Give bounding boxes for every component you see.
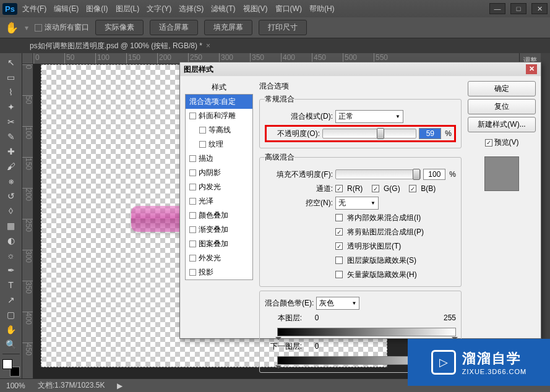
menu-edit[interactable]: 编辑(E) — [54, 4, 79, 14]
close-icon[interactable]: × — [206, 41, 210, 50]
blend-if-label: 混合颜色带(E): — [265, 298, 314, 309]
menu-type[interactable]: 文字(Y) — [147, 4, 171, 14]
fill-opacity-slider[interactable] — [335, 169, 421, 179]
eyedropper-tool[interactable]: ✎ — [4, 130, 19, 143]
lasso-tool[interactable]: ⌇ — [4, 85, 19, 99]
style-stroke[interactable]: 描边 — [186, 151, 252, 166]
window-maximize-button[interactable]: □ — [510, 3, 526, 14]
style-blending-options[interactable]: 混合选项:自定 — [186, 95, 252, 109]
dialog-title: 图层样式 — [184, 64, 213, 75]
scroll-all-checkbox[interactable] — [35, 24, 42, 32]
new-style-button[interactable]: 新建样式(W)... — [468, 117, 536, 132]
cancel-button[interactable]: 复位 — [468, 99, 536, 114]
hand-icon: ✋ — [5, 21, 19, 35]
vertical-ruler[interactable]: 050100150200250300350400450 — [22, 64, 33, 378]
style-inner-glow[interactable]: 内发光 — [186, 180, 252, 194]
chevron-right-icon[interactable]: ▶ — [117, 381, 122, 390]
gradient-tool[interactable]: ▦ — [4, 219, 19, 232]
dialog-titlebar[interactable]: 图层样式 ✕ — [180, 62, 541, 76]
watermark: ▷ 溜溜自学 ZIXUE.3D66.COM — [408, 339, 550, 386]
heal-tool[interactable]: ✚ — [4, 145, 19, 158]
move-tool[interactable]: ↖ — [4, 56, 19, 69]
menu-select[interactable]: 选择(S) — [179, 4, 204, 14]
watermark-title: 溜溜自学 — [462, 349, 526, 368]
layer-mask-hides-checkbox[interactable] — [335, 257, 343, 264]
opacity-slider[interactable] — [322, 129, 416, 138]
ok-button[interactable]: 确定 — [468, 81, 536, 96]
blend-interior-checkbox[interactable] — [335, 214, 343, 221]
channel-r-checkbox[interactable] — [335, 185, 343, 192]
menu-file[interactable]: 文件(F) — [22, 4, 46, 14]
fill-opacity-input[interactable]: 100 — [423, 169, 445, 180]
blend-if-select[interactable]: 灰色▼ — [316, 297, 359, 310]
style-outer-glow[interactable]: 外发光 — [186, 251, 252, 265]
dialog-close-button[interactable]: ✕ — [526, 64, 537, 74]
advanced-blending-legend: 高级混合 — [265, 152, 294, 163]
ruler-corner — [22, 53, 33, 64]
preview-checkbox[interactable] — [485, 139, 492, 147]
style-gradient-overlay[interactable]: 渐变叠加 — [186, 223, 252, 237]
menu-bar: 文件(F) 编辑(E) 图像(I) 图层(L) 文字(Y) 选择(S) 滤镜(T… — [22, 4, 489, 14]
print-size-button[interactable]: 打印尺寸 — [259, 20, 307, 35]
zoom-tool[interactable]: 🔍 — [4, 338, 19, 351]
eraser-tool[interactable]: ◊ — [4, 204, 19, 218]
preview-thumbnail — [484, 156, 519, 191]
hand-tool[interactable]: ✋ — [4, 323, 19, 336]
style-bevel[interactable]: 斜面和浮雕 — [186, 109, 252, 123]
watermark-url: ZIXUE.3D66.COM — [462, 368, 526, 375]
blend-mode-label: 混合模式(D): — [265, 111, 333, 122]
channel-g-checkbox[interactable] — [372, 185, 379, 192]
zoom-level[interactable]: 100% — [6, 381, 25, 390]
style-contour[interactable]: 等高线 — [186, 123, 252, 137]
channel-b-checkbox[interactable] — [409, 185, 416, 192]
options-bar: ✋ ▾ 滚动所有窗口 实际像素 适合屏幕 填充屏幕 打印尺寸 — [0, 17, 550, 38]
menu-layer[interactable]: 图层(L) — [116, 4, 140, 14]
fit-screen-button[interactable]: 适合屏幕 — [150, 20, 198, 35]
opacity-input[interactable]: 59 — [419, 128, 441, 139]
section-title: 混合选项 — [259, 81, 462, 92]
general-blending-legend: 常规混合 — [265, 94, 294, 104]
this-layer-label: 本图层: — [265, 313, 302, 323]
menu-image[interactable]: 图像(I) — [86, 4, 108, 14]
document-tab[interactable]: ps如何调整图层透明度.psd @ 100% (按钮, RGB/8) *× — [25, 41, 215, 51]
knockout-label: 挖空(N): — [265, 198, 333, 208]
style-texture[interactable]: 纹理 — [186, 137, 252, 151]
type-tool[interactable]: T — [4, 278, 19, 292]
history-brush-tool[interactable]: ↺ — [4, 189, 19, 203]
knockout-select[interactable]: 无▼ — [335, 197, 379, 210]
stamp-tool[interactable]: ⎈ — [4, 174, 19, 188]
style-color-overlay[interactable]: 颜色叠加 — [186, 208, 252, 223]
pen-tool[interactable]: ✒ — [4, 263, 19, 277]
blend-mode-select[interactable]: 正常▼ — [335, 110, 403, 123]
path-tool[interactable]: ↗ — [4, 293, 19, 307]
style-drop-shadow[interactable]: 投影 — [186, 265, 252, 279]
actual-pixels-button[interactable]: 实际像素 — [95, 20, 144, 35]
menu-filter[interactable]: 滤镜(T) — [211, 4, 235, 14]
document-tabs: ps如何调整图层透明度.psd @ 100% (按钮, RGB/8) *× — [0, 38, 550, 53]
menu-help[interactable]: 帮助(H) — [309, 4, 335, 14]
menu-window[interactable]: 窗口(W) — [275, 4, 302, 14]
blur-tool[interactable]: ◐ — [4, 234, 19, 247]
wand-tool[interactable]: ✦ — [4, 100, 19, 114]
dodge-tool[interactable]: ☼ — [4, 249, 19, 262]
shape-tool[interactable]: ▢ — [4, 308, 19, 322]
vector-mask-hides-checkbox[interactable] — [335, 271, 343, 278]
color-swatches[interactable] — [2, 359, 20, 377]
fill-screen-button[interactable]: 填充屏幕 — [204, 20, 252, 35]
blend-clipped-checkbox[interactable] — [335, 228, 343, 236]
style-satin[interactable]: 光泽 — [186, 194, 252, 208]
brush-tool[interactable]: 🖌 — [4, 160, 19, 173]
crop-tool[interactable]: ✂ — [4, 115, 19, 129]
window-close-button[interactable]: ✕ — [531, 3, 548, 14]
window-minimize-button[interactable]: — — [489, 3, 505, 14]
toolbox: ↖ ▭ ⌇ ✦ ✂ ✎ ✚ 🖌 ⎈ ↺ ◊ ▦ ◐ ☼ ✒ T ↗ ▢ ✋ 🔍 — [0, 53, 22, 378]
channels-label: 通道: — [265, 184, 333, 194]
style-pattern-overlay[interactable]: 图案叠加 — [186, 237, 252, 251]
preview-label: 预览(V) — [494, 137, 519, 148]
menu-view[interactable]: 视图(V) — [243, 4, 268, 14]
transparency-shapes-checkbox[interactable] — [335, 242, 343, 250]
this-layer-gradient[interactable] — [277, 328, 456, 336]
marquee-tool[interactable]: ▭ — [4, 70, 19, 84]
play-icon: ▷ — [431, 350, 456, 375]
style-inner-shadow[interactable]: 内阴影 — [186, 166, 252, 180]
